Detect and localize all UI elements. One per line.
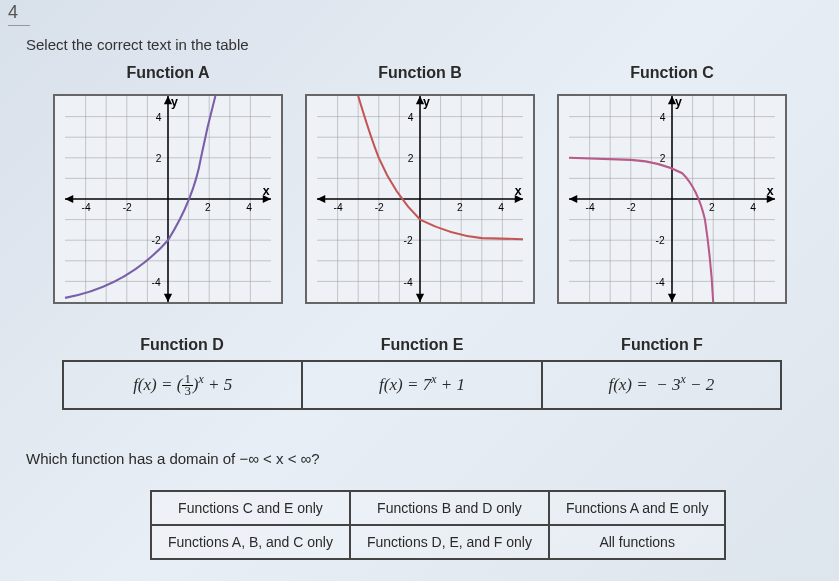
svg-text:4: 4 — [246, 202, 252, 213]
svg-text:-4: -4 — [152, 277, 161, 288]
answer-choice[interactable]: Functions D, E, and F only — [350, 525, 549, 559]
svg-text:4: 4 — [498, 202, 504, 213]
graph-a: y x -4 -2 2 4 4 2 -2 -4 — [53, 94, 283, 304]
x-axis-label: x — [263, 184, 270, 198]
function-d-title: Function D — [62, 330, 302, 360]
svg-marker-51 — [416, 294, 424, 302]
svg-text:-4: -4 — [404, 277, 413, 288]
svg-text:-2: -2 — [152, 235, 161, 246]
function-f-formula: f(x) = − 3x − 2 — [543, 362, 780, 408]
svg-text:2: 2 — [205, 202, 211, 213]
function-e-formula: f(x) = 7x + 1 — [303, 362, 542, 408]
svg-text:4: 4 — [408, 112, 414, 123]
svg-marker-19 — [65, 195, 73, 203]
graph-a-title: Function A — [127, 64, 210, 86]
svg-text:-4: -4 — [333, 202, 342, 213]
answer-choice[interactable]: Functions C and E only — [151, 491, 350, 525]
function-d-formula: f(x) = (13)x + 5 — [64, 362, 303, 408]
formula-row: Function D Function E Function F f(x) = … — [62, 330, 782, 410]
svg-text:-2: -2 — [627, 202, 636, 213]
answer-choice[interactable]: Functions A, B, and C only — [151, 525, 350, 559]
graph-c: y x -4 -2 2 4 4 2 -2 -4 — [557, 94, 787, 304]
svg-marker-21 — [164, 294, 172, 302]
function-f-title: Function F — [542, 330, 782, 360]
svg-text:2: 2 — [709, 202, 715, 213]
svg-text:4: 4 — [750, 202, 756, 213]
answer-table: Functions C and E only Functions B and D… — [150, 490, 726, 560]
graph-c-title: Function C — [630, 64, 714, 86]
graph-b: y x -4 -2 2 4 4 2 -2 -4 — [305, 94, 535, 304]
svg-text:2: 2 — [156, 153, 162, 164]
answer-choice[interactable]: Functions B and D only — [350, 491, 549, 525]
svg-text:-4: -4 — [656, 277, 665, 288]
graph-a-column: Function A y x -4 -2 2 4 4 2 -2 — [42, 64, 294, 304]
svg-text:y: y — [423, 96, 430, 109]
domain-question: Which function has a domain of −∞ < x < … — [26, 450, 320, 467]
question-number: 4 — [8, 2, 30, 26]
svg-text:-4: -4 — [585, 202, 594, 213]
svg-text:2: 2 — [408, 153, 414, 164]
function-e-title: Function E — [302, 330, 542, 360]
graph-b-title: Function B — [378, 64, 462, 86]
svg-marker-49 — [317, 195, 325, 203]
answer-choice[interactable]: All functions — [549, 525, 725, 559]
svg-text:-2: -2 — [375, 202, 384, 213]
svg-text:-2: -2 — [656, 235, 665, 246]
graph-b-column: Function B y x -4 -2 2 4 4 2 -2 — [294, 64, 546, 304]
curve-a — [65, 96, 215, 298]
svg-text:x: x — [767, 184, 774, 198]
svg-marker-81 — [569, 195, 577, 203]
graph-c-column: Function C y x -4 -2 2 4 4 2 -2 — [546, 64, 798, 304]
curve-c — [569, 158, 713, 302]
svg-text:x: x — [515, 184, 522, 198]
svg-text:2: 2 — [457, 202, 463, 213]
y-axis-label: y — [171, 96, 178, 109]
svg-text:y: y — [675, 96, 682, 109]
svg-text:2: 2 — [660, 153, 666, 164]
svg-text:-2: -2 — [404, 235, 413, 246]
svg-text:4: 4 — [660, 112, 666, 123]
svg-text:-4: -4 — [81, 202, 90, 213]
svg-text:-2: -2 — [123, 202, 132, 213]
svg-text:4: 4 — [156, 112, 162, 123]
answer-choice[interactable]: Functions A and E only — [549, 491, 725, 525]
svg-marker-83 — [668, 294, 676, 302]
prompt-text: Select the correct text in the table — [26, 36, 249, 53]
graphs-row: Function A y x -4 -2 2 4 4 2 -2 — [42, 64, 798, 304]
